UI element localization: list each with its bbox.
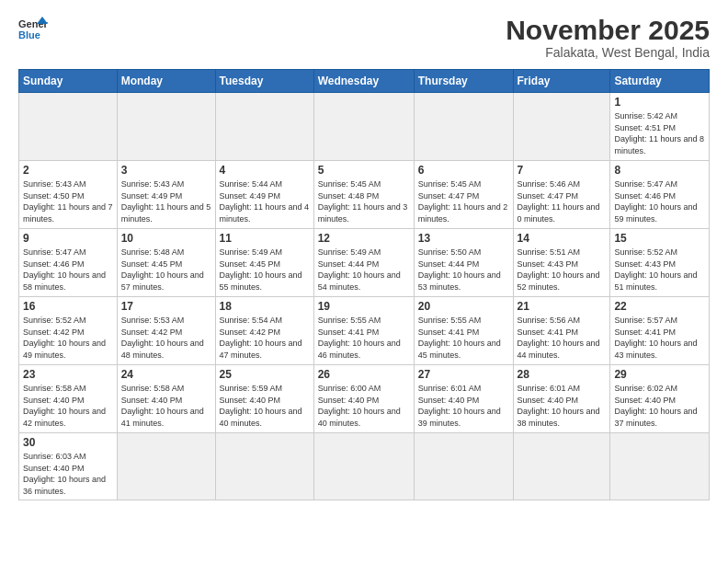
weekday-header-row: Sunday Monday Tuesday Wednesday Thursday… <box>19 70 710 93</box>
day-info: Sunrise: 5:51 AM Sunset: 4:43 PM Dayligh… <box>518 247 607 293</box>
calendar-week-row: 9Sunrise: 5:47 AM Sunset: 4:46 PM Daylig… <box>19 229 710 297</box>
day-number: 30 <box>23 436 113 449</box>
day-number: 18 <box>220 300 310 313</box>
svg-text:Blue: Blue <box>18 29 40 40</box>
table-row: 12Sunrise: 5:49 AM Sunset: 4:44 PM Dayli… <box>313 229 414 297</box>
day-info: Sunrise: 5:49 AM Sunset: 4:44 PM Dayligh… <box>318 247 410 293</box>
table-row: 1Sunrise: 5:42 AM Sunset: 4:51 PM Daylig… <box>610 93 710 161</box>
table-row <box>414 93 513 161</box>
day-info: Sunrise: 5:45 AM Sunset: 4:48 PM Dayligh… <box>318 178 410 224</box>
day-info: Sunrise: 5:52 AM Sunset: 4:42 PM Dayligh… <box>23 315 113 361</box>
day-info: Sunrise: 5:44 AM Sunset: 4:49 PM Dayligh… <box>220 178 310 224</box>
day-number: 4 <box>220 164 310 177</box>
table-row <box>610 433 710 500</box>
day-number: 15 <box>614 232 705 245</box>
day-number: 16 <box>23 300 113 313</box>
table-row <box>117 433 215 500</box>
table-row: 30Sunrise: 6:03 AM Sunset: 4:40 PM Dayli… <box>19 433 118 500</box>
day-info: Sunrise: 5:55 AM Sunset: 4:41 PM Dayligh… <box>318 315 410 361</box>
day-number: 12 <box>318 232 410 245</box>
calendar-week-row: 2Sunrise: 5:43 AM Sunset: 4:50 PM Daylig… <box>19 161 710 229</box>
day-info: Sunrise: 6:03 AM Sunset: 4:40 PM Dayligh… <box>23 451 113 497</box>
header-thursday: Thursday <box>414 70 513 93</box>
month-title: November 2025 <box>506 15 710 45</box>
table-row: 28Sunrise: 6:01 AM Sunset: 4:40 PM Dayli… <box>513 365 610 433</box>
day-info: Sunrise: 5:47 AM Sunset: 4:46 PM Dayligh… <box>23 247 113 293</box>
logo-icon: General Blue <box>18 15 48 40</box>
table-row <box>414 433 513 500</box>
day-info: Sunrise: 5:47 AM Sunset: 4:46 PM Dayligh… <box>614 178 705 224</box>
table-row: 27Sunrise: 6:01 AM Sunset: 4:40 PM Dayli… <box>414 365 513 433</box>
table-row: 15Sunrise: 5:52 AM Sunset: 4:43 PM Dayli… <box>610 229 710 297</box>
day-number: 27 <box>418 368 509 381</box>
table-row: 20Sunrise: 5:55 AM Sunset: 4:41 PM Dayli… <box>414 297 513 365</box>
day-number: 5 <box>318 164 410 177</box>
title-block: November 2025 Falakata, West Bengal, Ind… <box>506 15 710 60</box>
table-row: 4Sunrise: 5:44 AM Sunset: 4:49 PM Daylig… <box>215 161 313 229</box>
header-monday: Monday <box>117 70 215 93</box>
table-row <box>313 433 414 500</box>
table-row: 11Sunrise: 5:49 AM Sunset: 4:45 PM Dayli… <box>215 229 313 297</box>
table-row: 5Sunrise: 5:45 AM Sunset: 4:48 PM Daylig… <box>313 161 414 229</box>
day-number: 13 <box>418 232 509 245</box>
table-row <box>313 93 414 161</box>
day-info: Sunrise: 5:49 AM Sunset: 4:45 PM Dayligh… <box>220 247 310 293</box>
table-row <box>215 93 313 161</box>
day-number: 26 <box>318 368 410 381</box>
day-number: 2 <box>23 164 113 177</box>
header-tuesday: Tuesday <box>215 70 313 93</box>
day-number: 24 <box>121 368 211 381</box>
day-info: Sunrise: 5:43 AM Sunset: 4:50 PM Dayligh… <box>23 178 113 224</box>
table-row: 22Sunrise: 5:57 AM Sunset: 4:41 PM Dayli… <box>610 297 710 365</box>
day-number: 25 <box>220 368 310 381</box>
day-info: Sunrise: 5:58 AM Sunset: 4:40 PM Dayligh… <box>121 383 211 429</box>
day-number: 6 <box>418 164 509 177</box>
day-number: 28 <box>518 368 607 381</box>
table-row: 23Sunrise: 5:58 AM Sunset: 4:40 PM Dayli… <box>19 365 118 433</box>
table-row: 7Sunrise: 5:46 AM Sunset: 4:47 PM Daylig… <box>513 161 610 229</box>
day-info: Sunrise: 5:58 AM Sunset: 4:40 PM Dayligh… <box>23 383 113 429</box>
table-row: 24Sunrise: 5:58 AM Sunset: 4:40 PM Dayli… <box>117 365 215 433</box>
table-row: 19Sunrise: 5:55 AM Sunset: 4:41 PM Dayli… <box>313 297 414 365</box>
day-info: Sunrise: 5:43 AM Sunset: 4:49 PM Dayligh… <box>121 178 211 224</box>
table-row <box>117 93 215 161</box>
table-row <box>513 93 610 161</box>
calendar: Sunday Monday Tuesday Wednesday Thursday… <box>18 69 710 500</box>
table-row: 25Sunrise: 5:59 AM Sunset: 4:40 PM Dayli… <box>215 365 313 433</box>
day-info: Sunrise: 6:01 AM Sunset: 4:40 PM Dayligh… <box>418 383 509 429</box>
day-number: 8 <box>614 164 705 177</box>
calendar-week-row: 16Sunrise: 5:52 AM Sunset: 4:42 PM Dayli… <box>19 297 710 365</box>
day-info: Sunrise: 6:02 AM Sunset: 4:40 PM Dayligh… <box>614 383 705 429</box>
table-row <box>513 433 610 500</box>
table-row: 16Sunrise: 5:52 AM Sunset: 4:42 PM Dayli… <box>19 297 118 365</box>
day-info: Sunrise: 5:46 AM Sunset: 4:47 PM Dayligh… <box>518 178 607 224</box>
day-info: Sunrise: 5:45 AM Sunset: 4:47 PM Dayligh… <box>418 178 509 224</box>
table-row: 14Sunrise: 5:51 AM Sunset: 4:43 PM Dayli… <box>513 229 610 297</box>
table-row: 13Sunrise: 5:50 AM Sunset: 4:44 PM Dayli… <box>414 229 513 297</box>
day-number: 19 <box>318 300 410 313</box>
header-sunday: Sunday <box>19 70 118 93</box>
day-number: 23 <box>23 368 113 381</box>
day-info: Sunrise: 5:57 AM Sunset: 4:41 PM Dayligh… <box>614 315 705 361</box>
header: General Blue November 2025 Falakata, Wes… <box>18 15 710 60</box>
table-row <box>215 433 313 500</box>
day-number: 10 <box>121 232 211 245</box>
day-info: Sunrise: 5:56 AM Sunset: 4:41 PM Dayligh… <box>518 315 607 361</box>
header-friday: Friday <box>513 70 610 93</box>
table-row: 21Sunrise: 5:56 AM Sunset: 4:41 PM Dayli… <box>513 297 610 365</box>
day-number: 21 <box>518 300 607 313</box>
table-row: 10Sunrise: 5:48 AM Sunset: 4:45 PM Dayli… <box>117 229 215 297</box>
table-row: 8Sunrise: 5:47 AM Sunset: 4:46 PM Daylig… <box>610 161 710 229</box>
page: General Blue November 2025 Falakata, Wes… <box>0 0 728 563</box>
day-info: Sunrise: 5:59 AM Sunset: 4:40 PM Dayligh… <box>220 383 310 429</box>
table-row <box>19 93 118 161</box>
table-row: 26Sunrise: 6:00 AM Sunset: 4:40 PM Dayli… <box>313 365 414 433</box>
table-row: 18Sunrise: 5:54 AM Sunset: 4:42 PM Dayli… <box>215 297 313 365</box>
header-wednesday: Wednesday <box>313 70 414 93</box>
calendar-week-row: 1Sunrise: 5:42 AM Sunset: 4:51 PM Daylig… <box>19 93 710 161</box>
day-info: Sunrise: 5:52 AM Sunset: 4:43 PM Dayligh… <box>614 247 705 293</box>
day-number: 3 <box>121 164 211 177</box>
day-info: Sunrise: 5:50 AM Sunset: 4:44 PM Dayligh… <box>418 247 509 293</box>
day-number: 11 <box>220 232 310 245</box>
day-number: 22 <box>614 300 705 313</box>
